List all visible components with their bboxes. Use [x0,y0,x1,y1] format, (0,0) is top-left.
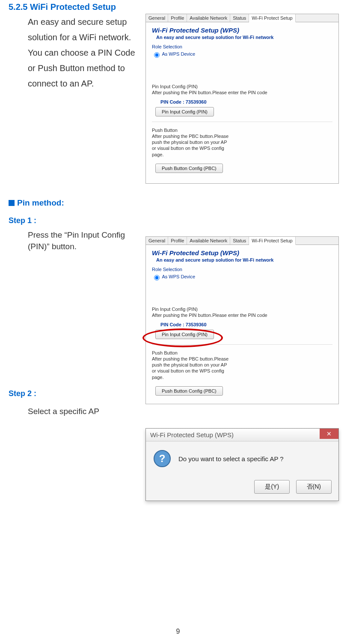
no-button[interactable]: 否(N) [296,480,332,494]
radio-as-wps-device-label: As WPS Device [162,51,195,57]
pbc-desc: After pushing the PBC button.Please push… [152,133,229,158]
separator [152,122,332,122]
tab-status-2[interactable]: Status [230,237,249,244]
bullet-icon [9,200,15,206]
tab-general-2[interactable]: General [146,237,168,244]
radio-as-wps-device-2[interactable] [154,275,160,280]
pin-input-config-button[interactable]: Pin Input Config (PIN) [155,107,214,116]
wps-subtitle-2: An easy and secure setup solution for Wi… [156,257,332,262]
pbc-heading-2: Push Button [152,350,332,356]
radio-as-wps-device-label-2: As WPS Device [162,274,195,279]
wps-subtitle: An easy and secure setup solution for Wi… [156,35,332,40]
step2-text: Select a specific AP [28,406,126,417]
pbc-heading: Push Button [152,127,332,133]
wps-panel-screenshot-2: General Profile Available Network Status… [145,236,339,404]
tab-profile[interactable]: Profile [168,14,187,22]
dialog-message: Do you want to select a specific AP ? [178,455,284,462]
tab-status[interactable]: Status [230,14,249,22]
confirm-dialog: Wi-Fi Protected Setup (WPS) ✕ ? Do you w… [145,428,339,501]
pin-heading: Pin Input Config (PIN) [152,83,332,89]
question-icon: ? [154,450,171,467]
tab-wps-2[interactable]: Wi-Fi Protect Setup [249,237,295,245]
wps-title: Wi-Fi Protected Setup (WPS) [152,27,332,34]
tab-available-network-2[interactable]: Available Network [187,237,230,244]
pin-input-config-button-2[interactable]: Pin Input Config (PIN) [155,330,214,339]
wps-title-2: Wi-Fi Protected Setup (WPS) [152,249,332,256]
dialog-titlebar: Wi-Fi Protected Setup (WPS) ✕ [146,429,338,441]
pin-code-value-2: PIN Code : 73539360 [160,322,332,327]
pbc-desc-2: After pushing the PBC button.Please push… [152,356,229,380]
step1-text: Press the “Pin Input Config (PIN)” butto… [28,230,126,252]
tab-wps[interactable]: Wi-Fi Protect Setup [249,14,295,22]
page-number: 9 [176,628,180,635]
close-icon[interactable]: ✕ [320,429,338,439]
role-selection-label-2: Role Selection [152,267,332,272]
pin-method-heading: Pin method: [9,198,356,208]
tab-bar: General Profile Available Network Status… [146,14,338,22]
tab-bar-2: General Profile Available Network Status… [146,237,338,245]
push-button-config-button-2[interactable]: Push Button Config (PBC) [155,386,223,396]
radio-as-wps-device[interactable] [154,52,160,58]
role-radio-row: As WPS Device [152,51,332,58]
pin-desc: After pushing the PIN button.Please ente… [152,89,332,95]
push-button-config-button[interactable]: Push Button Config (PBC) [155,164,223,173]
section-intro: An easy and secure setup solution for a … [28,14,139,91]
yes-button[interactable]: 是(Y) [254,480,290,494]
pin-heading-2: Pin Input Config (PIN) [152,306,332,312]
role-selection-label: Role Selection [152,44,332,49]
tab-general[interactable]: General [146,14,168,22]
pin-desc-2: After pushing the PIN button.Please ente… [152,312,332,318]
wps-panel-screenshot-1: General Profile Available Network Status… [145,14,339,184]
tab-available-network[interactable]: Available Network [187,14,230,22]
role-radio-row-2: As WPS Device [152,274,332,280]
dialog-title: Wi-Fi Protected Setup (WPS) [150,431,234,438]
tab-profile-2[interactable]: Profile [168,237,187,244]
pin-method-label: Pin method: [17,198,64,207]
pin-code-value: PIN Code : 73539360 [160,99,332,104]
step1-label: Step 1 : [9,216,356,225]
section-heading: 5.2.5 WiFi Protected Setup [9,2,356,12]
separator-2 [152,344,332,345]
